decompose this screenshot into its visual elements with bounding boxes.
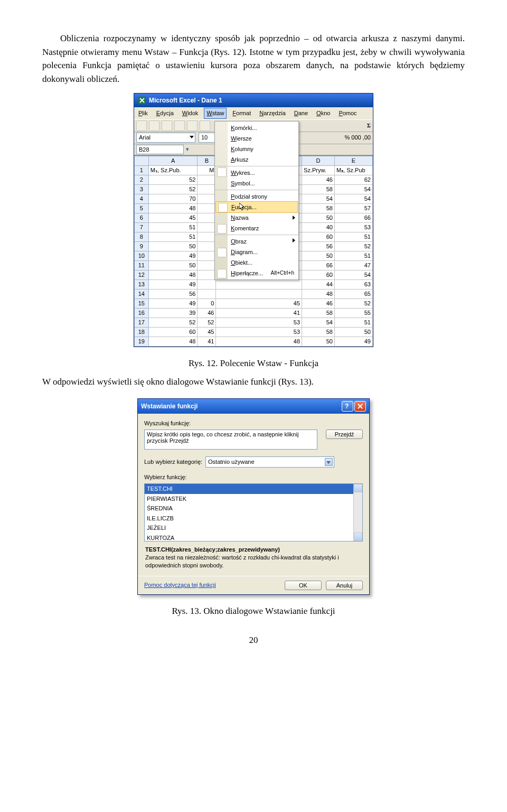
cell[interactable]: 49 — [334, 337, 372, 346]
cell[interactable]: 56 — [148, 289, 198, 298]
menu-item-diagram[interactable]: Diagram... — [215, 247, 298, 257]
cell[interactable]: 58 — [302, 327, 335, 337]
cell[interactable]: 44 — [302, 279, 335, 289]
cell[interactable] — [198, 194, 216, 203]
cell[interactable]: 62 — [334, 175, 372, 184]
cell[interactable]: 51 — [148, 232, 198, 241]
menu-item-narzędzia[interactable]: Narzędzia — [257, 108, 288, 118]
cell[interactable]: 50 — [148, 241, 198, 251]
menu-item-obraz[interactable]: Obraz — [215, 235, 298, 247]
cell[interactable] — [198, 241, 216, 251]
column-header[interactable]: E — [334, 156, 372, 165]
close-icon[interactable] — [354, 401, 366, 412]
cell[interactable]: 54 — [334, 270, 372, 279]
cell[interactable]: 60 — [148, 327, 198, 337]
function-list-item[interactable]: KURTOZA — [145, 533, 362, 542]
row-header[interactable]: 3 — [135, 184, 149, 194]
cell[interactable]: 51 — [334, 232, 372, 241]
cell[interactable]: 63 — [334, 279, 372, 289]
toolbar-button[interactable] — [136, 120, 147, 131]
cell[interactable]: 45 — [216, 298, 302, 308]
cell[interactable]: 48 — [302, 289, 335, 298]
menu-item-komórki[interactable]: Komórki... — [215, 123, 298, 133]
excel-menubar[interactable]: PlikEdycjaWidokWstawFormatNarzędziaDaneO… — [134, 107, 373, 119]
category-combo[interactable]: Ostatnio używane — [205, 456, 334, 468]
row-header[interactable]: 15 — [135, 298, 149, 308]
excel-grid[interactable]: ABCDE 1M₁, Sz.Pub.MSz.Pryw.M₃, Sz.Pub252… — [134, 155, 373, 347]
cell[interactable]: 52 — [198, 318, 216, 327]
cell[interactable]: 46 — [302, 298, 335, 308]
toolbar-button[interactable] — [149, 120, 159, 131]
row-header[interactable]: 5 — [135, 203, 149, 213]
cell[interactable] — [198, 251, 216, 260]
menu-item-wstaw[interactable]: Wstaw — [204, 108, 227, 119]
listbox-scrollbar[interactable] — [353, 484, 362, 541]
row-header[interactable]: 2 — [135, 175, 149, 184]
cell[interactable]: 46 — [302, 175, 335, 184]
toolbar-button[interactable] — [200, 120, 210, 131]
cell[interactable]: 50 — [302, 337, 335, 346]
cell[interactable] — [198, 289, 216, 298]
cell[interactable]: M — [198, 165, 216, 175]
cell[interactable]: 52 — [334, 298, 372, 308]
cell[interactable]: 54 — [302, 194, 335, 203]
menu-item-pomoc[interactable]: Pomoc — [336, 108, 359, 118]
menu-item-funkcja[interactable]: Funkcja... — [215, 201, 298, 213]
cell[interactable] — [198, 279, 216, 289]
cell[interactable] — [216, 279, 302, 289]
menu-item-komentarz[interactable]: Komentarz — [215, 223, 298, 234]
cell[interactable] — [198, 232, 216, 241]
row-header[interactable]: 18 — [135, 327, 149, 337]
cell[interactable] — [198, 175, 216, 184]
function-list-item[interactable]: PIERWIASTEK — [145, 494, 362, 504]
scroll-down-icon[interactable] — [354, 533, 362, 541]
menu-item-format[interactable]: Format — [230, 108, 253, 118]
column-header[interactable]: A — [148, 156, 198, 165]
row-header[interactable]: 16 — [135, 308, 149, 318]
function-list-item[interactable]: JEŻELI — [145, 523, 362, 533]
menu-item-symbol[interactable]: Symbol... — [215, 178, 298, 189]
row-header[interactable]: 4 — [135, 194, 149, 203]
wstaw-dropdown-menu[interactable]: Komórki...WierszeKolumnyArkuszWykres...S… — [214, 121, 299, 280]
cell[interactable]: 51 — [334, 251, 372, 260]
menu-item-wiersze[interactable]: Wiersze — [215, 133, 298, 144]
cell[interactable]: 58 — [302, 308, 335, 318]
name-box[interactable]: B28 — [136, 145, 184, 154]
cell[interactable]: 57 — [334, 203, 372, 213]
function-list-item[interactable]: ILE.LICZB — [145, 514, 362, 524]
menu-item-dane[interactable]: Dane — [292, 108, 310, 118]
row-header[interactable]: 11 — [135, 260, 149, 270]
menu-item-podział-strony[interactable]: Podział strony — [215, 190, 298, 202]
cell[interactable]: 56 — [302, 241, 335, 251]
scroll-up-icon[interactable] — [354, 484, 362, 492]
cell[interactable] — [198, 260, 216, 270]
cell[interactable]: 52 — [148, 175, 198, 184]
cell[interactable]: 41 — [198, 337, 216, 346]
cell[interactable]: 54 — [302, 318, 335, 327]
cell[interactable]: 65 — [334, 289, 372, 298]
cell[interactable]: 49 — [148, 251, 198, 260]
cell[interactable]: 54 — [334, 194, 372, 203]
cell[interactable]: 52 — [148, 184, 198, 194]
cell[interactable]: 39 — [148, 308, 198, 318]
cell[interactable]: M₃, Sz.Pub — [334, 165, 372, 175]
cell[interactable]: 66 — [334, 213, 372, 222]
cell[interactable]: 51 — [148, 222, 198, 232]
cell[interactable]: 51 — [334, 318, 372, 327]
cell[interactable]: 49 — [148, 279, 198, 289]
menu-item-arkusz[interactable]: Arkusz — [215, 154, 298, 165]
row-header[interactable]: 17 — [135, 318, 149, 327]
cell[interactable]: 0 — [198, 298, 216, 308]
help-link[interactable]: Pomoc dotycząca tej funkcji — [144, 581, 285, 590]
cell[interactable]: 45 — [198, 327, 216, 337]
cell[interactable]: 40 — [302, 222, 335, 232]
toolbar-button[interactable] — [162, 120, 172, 131]
cell[interactable]: 50 — [302, 251, 335, 260]
cell[interactable]: 48 — [148, 203, 198, 213]
row-header[interactable]: 19 — [135, 337, 149, 346]
corner-cell[interactable] — [135, 156, 149, 165]
cell[interactable]: 60 — [302, 270, 335, 279]
cell[interactable] — [198, 213, 216, 222]
toolbar-button[interactable] — [187, 120, 198, 131]
cell[interactable]: Sz.Pryw. — [302, 165, 335, 175]
